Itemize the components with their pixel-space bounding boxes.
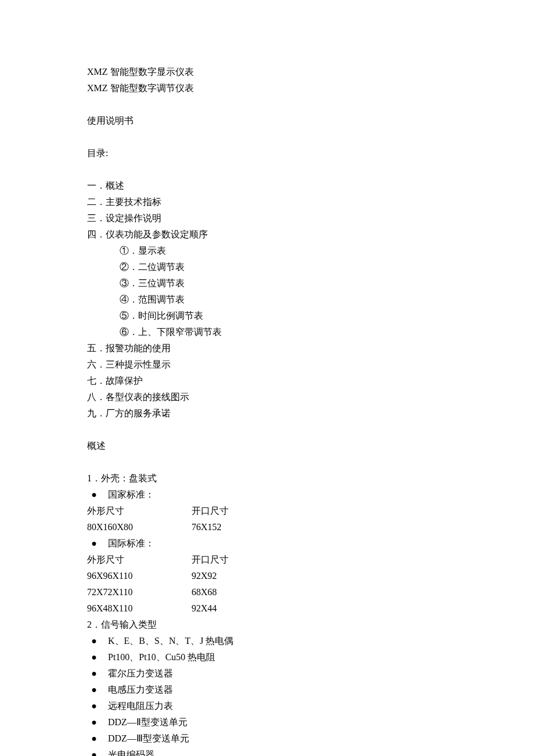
toc-item-2: 二．主要技术指标 [87,194,447,210]
signal-text-7: DDZ—Ⅲ型变送单元 [101,730,189,747]
signal-item-5: ● 远程电阻压力表 [87,698,447,714]
ib-outer-2: 72X72X110 [87,584,192,600]
bullet-international-standard: ● 国际标准： [87,535,447,552]
toc-subitem-4: ④．范围调节表 [87,291,447,308]
toc-item-7: 七．故障保护 [87,373,447,389]
ib-dimension-row-2: 72X72X110 68X68 [87,584,447,600]
ib-cutout-2: 68X68 [192,584,447,600]
signal-text-8: 光电编码器 [101,747,154,756]
ib-outer-1: 96X96X110 [87,568,192,584]
toc-item-8: 八．各型仪表的接线图示 [87,389,447,405]
ib-dimension-row-1: 96X96X110 92X92 [87,568,447,584]
col-header-cutout: 开口尺寸 [192,503,447,519]
dimension-header-row-gb: 外形尺寸 开口尺寸 [87,503,447,519]
bullet-icon: ● [87,698,101,714]
bullet-national-standard: ● 国家标准： [87,487,447,503]
bullet-icon: ● [87,665,101,682]
signal-item-8: ● 光电编码器 [87,747,447,756]
ib-cutout-1: 92X92 [192,568,447,584]
bullet-icon: ● [87,487,101,503]
signal-text-1: K、E、B、S、N、T、J 热电偶 [101,633,233,649]
bullet-icon: ● [87,730,101,747]
ib-outer-3: 96X48X110 [87,600,192,617]
signal-item-2: ● Pt100、Pt10、Cu50 热电阻 [87,649,447,665]
title-line-1: XMZ 智能型数字显示仪表 [87,64,447,80]
toc-item-6: 六．三种提示性显示 [87,357,447,373]
bullet-text-international: 国际标准： [101,535,154,552]
bullet-icon: ● [87,747,101,756]
toc-header: 目录: [87,145,447,161]
dimension-header-row-ib: 外形尺寸 开口尺寸 [87,552,447,568]
ib-cutout-3: 92X44 [192,600,447,617]
ib-dimension-row-3: 96X48X110 92X44 [87,600,447,617]
title-line-2: XMZ 智能型数字调节仪表 [87,80,447,96]
bullet-icon: ● [87,633,101,649]
gb-outer-1: 80X160X80 [87,519,192,535]
toc-subitem-1: ①．显示表 [87,243,447,259]
bullet-text-national: 国家标准： [101,487,154,503]
section-1-label: 1．外壳：盘装式 [87,470,447,487]
toc-item-4: 四．仪表功能及参数设定顺序 [87,226,447,243]
bullet-icon: ● [87,682,101,698]
gb-cutout-1: 76X152 [192,519,447,535]
signal-item-7: ● DDZ—Ⅲ型变送单元 [87,730,447,747]
signal-text-4: 电感压力变送器 [101,682,173,698]
bullet-icon: ● [87,649,101,665]
bullet-icon: ● [87,535,101,552]
toc-subitem-3: ③．三位调节表 [87,275,447,291]
col-header-outer-ib: 外形尺寸 [87,552,192,568]
signal-text-5: 远程电阻压力表 [101,698,173,714]
toc-subitem-2: ②．二位调节表 [87,259,447,275]
toc-subitem-6: ⑥．上、下限窄带调节表 [87,324,447,340]
toc-item-1: 一．概述 [87,178,447,194]
gb-dimension-row-1: 80X160X80 76X152 [87,519,447,535]
signal-text-6: DDZ—Ⅱ型变送单元 [101,714,187,730]
col-header-cutout-ib: 开口尺寸 [192,552,447,568]
signal-item-6: ● DDZ—Ⅱ型变送单元 [87,714,447,730]
signal-text-3: 霍尔压力变送器 [101,665,173,682]
bullet-icon: ● [87,714,101,730]
toc-subitem-5: ⑤．时间比例调节表 [87,308,447,324]
col-header-outer: 外形尺寸 [87,503,192,519]
signal-item-3: ● 霍尔压力变送器 [87,665,447,682]
manual-label: 使用说明书 [87,113,447,129]
toc-item-5: 五．报警功能的使用 [87,340,447,357]
section-2-label: 2．信号输入类型 [87,617,447,633]
signal-item-4: ● 电感压力变送器 [87,682,447,698]
toc-item-9: 九．厂方的服务承诺 [87,405,447,422]
overview-heading: 概述 [87,438,447,454]
toc-item-3: 三．设定操作说明 [87,210,447,226]
signal-item-1: ● K、E、B、S、N、T、J 热电偶 [87,633,447,649]
signal-text-2: Pt100、Pt10、Cu50 热电阻 [101,649,215,665]
